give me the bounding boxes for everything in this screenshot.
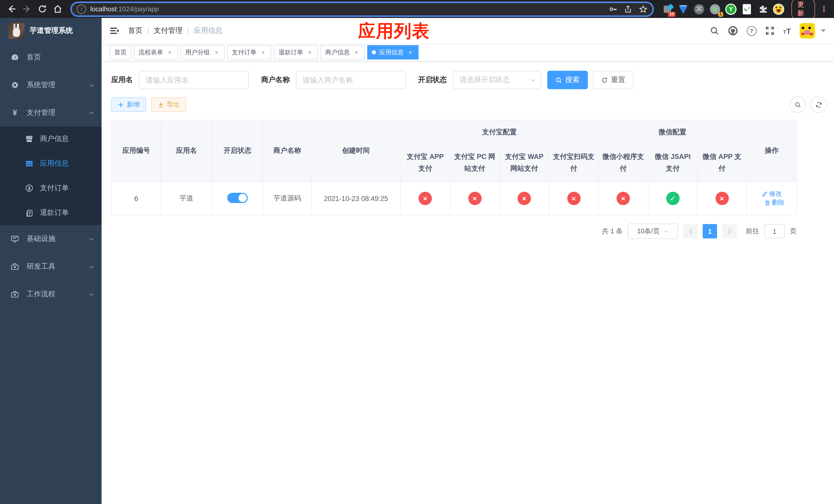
sidebar-item-label: 应用信息 (40, 159, 69, 168)
chevron-down-icon (89, 292, 94, 297)
group-header-wechat: 微信配置 (598, 120, 747, 144)
password-key-icon[interactable] (609, 5, 617, 13)
tab-app-info-active[interactable]: 应用信息× (367, 45, 419, 60)
caret-down-icon[interactable] (821, 29, 826, 33)
back-icon[interactable] (5, 3, 18, 15)
page-size-select[interactable]: 10条/页 (628, 224, 678, 239)
tab-refund-order[interactable]: 退款订单× (274, 45, 318, 60)
chevron-down-icon (530, 77, 536, 83)
delete-link[interactable]: 删除 (764, 199, 785, 207)
user-avatar[interactable] (799, 23, 815, 39)
page-content: 应用名 商户名称 开启状态 请选择开启状态 搜索 (102, 62, 834, 239)
sidebar-item-system[interactable]: 系统管理 (0, 71, 102, 99)
search-button[interactable]: 搜索 (547, 71, 588, 89)
profile-avatar-icon[interactable] (773, 3, 784, 15)
reload-icon[interactable] (36, 3, 48, 15)
sidebar-menu: 首页 系统管理 ¥ 支付管理 (0, 44, 102, 504)
cell-name: 芋道 (161, 182, 212, 215)
annotation-title: 应用列表 (358, 20, 430, 43)
col-header-wx-mini: 微信小程序支付 (598, 144, 648, 182)
extension-pieces-icon[interactable]: 10 (662, 3, 673, 15)
filter-form: 应用名 商户名称 开启状态 请选择开启状态 搜索 (111, 71, 827, 89)
current-page-button[interactable]: 1 (703, 224, 717, 238)
enabled-toggle[interactable] (227, 192, 248, 203)
wx-mini-status-icon: × (616, 192, 630, 205)
storefront-icon (25, 135, 34, 143)
url-bar[interactable]: i localhost:1024/pay/app (71, 2, 654, 16)
dashboard-icon (10, 53, 20, 62)
goto-label: 前往 (746, 227, 759, 236)
page-unit-label: 页 (790, 227, 796, 236)
close-icon[interactable]: × (260, 49, 267, 56)
sidebar-item-payment[interactable]: ¥ 支付管理 (0, 99, 102, 127)
extensions-area: 10 ⌘ 1 Y (662, 3, 784, 15)
fullscreen-icon[interactable] (765, 26, 774, 36)
browser-menu-icon[interactable]: ⋮ (820, 4, 828, 14)
chevron-down-icon (89, 264, 94, 270)
sidebar-item-home[interactable]: 首页 (0, 44, 102, 71)
tab-user-group[interactable]: 用户分组× (180, 45, 225, 60)
col-header-actions: 操作 (747, 120, 797, 182)
breadcrumb-section[interactable]: 支付管理 (154, 26, 182, 36)
close-icon[interactable]: × (353, 49, 360, 56)
sidebar-item-app-info[interactable]: 应用信息 (0, 151, 102, 176)
extension-doc-icon[interactable] (741, 3, 752, 15)
home-icon[interactable] (51, 3, 64, 15)
total-count: 共 1 条 (602, 227, 623, 236)
github-icon[interactable] (728, 26, 738, 36)
chrome-update-button[interactable]: 更新 (791, 0, 815, 20)
yen-circle-icon (25, 184, 34, 192)
tab-process-form[interactable]: 流程表单× (134, 45, 178, 60)
sidebar-item-merchant-info[interactable]: 商户信息 (0, 127, 102, 151)
app-logo[interactable]: 芋道管理系统 (0, 18, 102, 44)
grid-icon (25, 159, 34, 168)
close-icon[interactable]: × (166, 49, 173, 56)
bookmark-star-icon[interactable] (639, 5, 647, 13)
breadcrumb-home[interactable]: 首页 (128, 26, 142, 36)
help-icon[interactable]: ? (747, 26, 756, 36)
sidebar-item-refund-order[interactable]: 退款订单 (0, 201, 102, 225)
extensions-puzzle-icon[interactable] (757, 3, 768, 15)
edit-link[interactable]: 修改 (762, 189, 782, 198)
col-header-name: 应用名 (161, 120, 212, 182)
sidebar-collapse-icon[interactable] (110, 27, 119, 35)
site-info-icon[interactable]: i (77, 4, 86, 14)
sidebar-item-dev-tools[interactable]: 研发工具 (0, 253, 102, 280)
tab-home[interactable]: 首页 (110, 45, 131, 60)
extension-y-icon[interactable]: Y (725, 3, 737, 15)
font-size-icon[interactable]: TT (783, 26, 791, 35)
close-icon[interactable]: × (213, 49, 220, 56)
forward-icon[interactable] (21, 3, 33, 15)
merchant-name-input[interactable] (296, 71, 406, 89)
close-icon[interactable]: × (407, 49, 414, 56)
show-search-button[interactable] (789, 96, 806, 113)
col-header-alipay-wap: 支付宝 WAP 网站支付 (499, 144, 549, 182)
share-icon[interactable] (624, 5, 632, 13)
cell-merchant: 芋道源码 (263, 182, 312, 215)
refresh-button[interactable] (810, 96, 827, 113)
export-button[interactable]: 导出 (151, 97, 186, 112)
alipay-wap-status-icon: × (518, 192, 531, 205)
app-name-input[interactable] (139, 71, 249, 89)
extension-camera-icon[interactable]: 1 (709, 3, 721, 15)
sidebar-item-label: 支付订单 (40, 184, 69, 193)
add-button[interactable]: 新增 (111, 97, 146, 112)
goto-page-input[interactable] (764, 224, 785, 238)
extension-gem-icon[interactable] (678, 3, 689, 15)
alipay-app-status-icon: × (419, 192, 432, 205)
search-icon[interactable] (710, 26, 719, 36)
tab-merchant-info[interactable]: 商户信息× (321, 45, 365, 60)
status-select[interactable]: 请选择开启状态 (453, 71, 541, 89)
col-header-created: 创建时间 (312, 120, 400, 182)
col-header-merchant: 商户名称 (263, 120, 312, 182)
sidebar-item-infra[interactable]: 基础设施 (0, 225, 102, 253)
sidebar-item-workflow[interactable]: 工作流程 (0, 280, 102, 308)
next-page-button[interactable] (722, 224, 737, 238)
close-icon[interactable]: × (306, 49, 313, 56)
gear-icon (10, 81, 20, 89)
extension-command-icon[interactable]: ⌘ (694, 3, 705, 15)
tab-pay-order[interactable]: 支付订单× (227, 45, 271, 60)
reset-button[interactable]: 重置 (593, 71, 633, 89)
sidebar-item-pay-order[interactable]: 支付订单 (0, 176, 102, 201)
prev-page-button[interactable] (683, 224, 698, 238)
